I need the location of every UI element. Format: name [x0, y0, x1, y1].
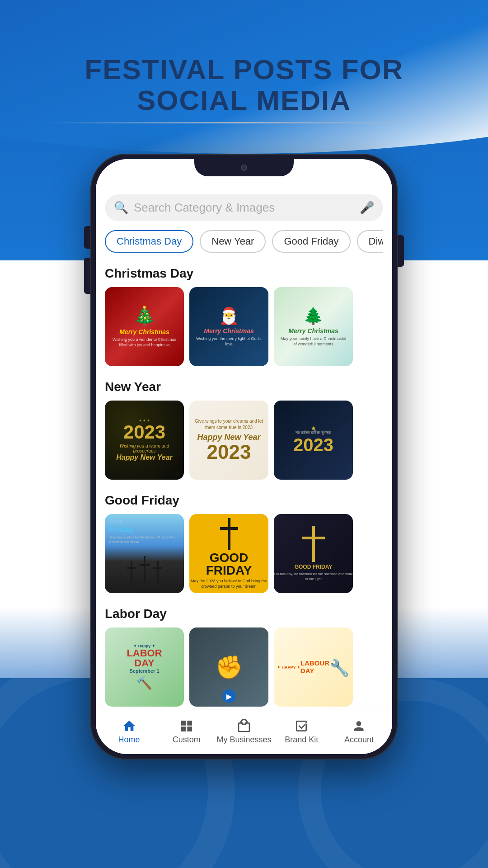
section-title-christmas: Christmas Day: [105, 266, 383, 281]
section-christmas: Christmas Day 🎄 Merry Christmas Wishing …: [105, 266, 383, 366]
goodfriday-card-3[interactable]: GOOD FRIDAY On this day, be thankful for…: [274, 514, 353, 593]
app-scroll-area[interactable]: 🔍 Search Category & Images 🎤 Christmas D…: [96, 181, 392, 709]
christmas-card-1[interactable]: 🎄 Merry Christmas Wishing you a wonderfu…: [105, 287, 184, 366]
nav-label-custom: Custom: [173, 735, 201, 745]
svg-rect-7: [220, 527, 238, 530]
bottom-navigation: Home Custom My Businesses: [96, 709, 392, 754]
nav-item-my-businesses[interactable]: My Businesses: [215, 719, 272, 745]
chip-diwali[interactable]: Diwali: [357, 230, 384, 253]
phone-side-button-left-2: [84, 258, 90, 294]
goodfriday-images-row: Good Friday God has a plan for the futur…: [105, 514, 383, 593]
section-title-laborday: Labor Day: [105, 607, 383, 621]
app-screen: 🔍 Search Category & Images 🎤 Christmas D…: [96, 159, 392, 754]
svg-rect-6: [228, 518, 230, 550]
search-input[interactable]: Search Category & Images: [134, 201, 360, 215]
nav-item-brand-kit[interactable]: Brand Kit: [273, 719, 330, 745]
svg-rect-4: [157, 561, 159, 583]
svg-rect-3: [140, 564, 150, 566]
goodfriday-card-2[interactable]: GOODFRIDAY May the 2023 you believe in G…: [189, 514, 268, 593]
search-bar[interactable]: 🔍 Search Category & Images 🎤: [105, 194, 383, 221]
filter-chips-row: Christmas Day New Year Good Friday Diwal…: [105, 230, 383, 255]
nav-label-home: Home: [118, 735, 140, 745]
chip-newyear[interactable]: New Year: [200, 230, 266, 253]
nav-label-my-businesses: My Businesses: [216, 735, 271, 745]
section-laborday: Labor Day ✦ Happy ✦ LABORDAY September 1…: [105, 607, 383, 707]
section-title-goodfriday: Good Friday: [105, 493, 383, 508]
page-title: FESTIVAL POSTS FOR SOCIAL MEDIA: [0, 54, 488, 116]
section-title-newyear: New Year: [105, 380, 383, 394]
laborday-images-row: ✦ Happy ✦ LABORDAY September 1 🔨 ✊: [105, 627, 383, 707]
brand-kit-icon: [294, 719, 309, 733]
microphone-icon[interactable]: 🎤: [360, 201, 374, 215]
chip-christmas[interactable]: Christmas Day: [105, 230, 193, 253]
svg-rect-5: [153, 567, 162, 569]
search-icon: 🔍: [114, 201, 128, 215]
svg-rect-2: [144, 556, 145, 583]
section-newyear: New Year ✦ ✦ ✦ 2023 Wishing you a warm a…: [105, 380, 383, 480]
phone-side-button-right: [398, 235, 404, 267]
phone-notch: [194, 159, 294, 176]
phone-mockup: 🔍 Search Category & Images 🎤 Christmas D…: [90, 154, 398, 760]
laborday-card-2[interactable]: ✊ ▶: [189, 627, 268, 707]
phone-side-button-left-1: [84, 226, 90, 249]
account-icon: [352, 719, 366, 733]
header-divider: [45, 122, 443, 123]
nav-item-account[interactable]: Account: [330, 719, 388, 745]
newyear-card-2[interactable]: Give wings to your dreams and let them c…: [189, 401, 268, 480]
home-icon: [122, 719, 136, 733]
svg-rect-8: [312, 526, 315, 562]
phone-camera: [241, 165, 247, 171]
christmas-images-row: 🎄 Merry Christmas Wishing you a wonderfu…: [105, 287, 383, 366]
newyear-images-row: ✦ ✦ ✦ 2023 Wishing you a warm and prospe…: [105, 401, 383, 480]
nav-item-home[interactable]: Home: [100, 719, 158, 745]
nav-item-custom[interactable]: Custom: [158, 719, 215, 745]
christmas-card-2[interactable]: 🎅 Merry Christmas Wishing you the merry …: [189, 287, 268, 366]
svg-rect-0: [131, 561, 132, 583]
nav-label-brand-kit: Brand Kit: [285, 735, 318, 745]
newyear-card-3[interactable]: ⭐ नव वर्षाच्या हार्दिक शुभेच्छा 2023: [274, 401, 353, 480]
newyear-card-1[interactable]: ✦ ✦ ✦ 2023 Wishing you a warm and prospe…: [105, 401, 184, 480]
section-goodfriday: Good Friday Good Friday God has a plan f…: [105, 493, 383, 593]
goodfriday-card-1[interactable]: Good Friday God has a plan for the futur…: [105, 514, 184, 593]
custom-icon: [179, 719, 194, 733]
laborday-card-3[interactable]: ✦ HAPPY ✦ LABOURDAY 🔧: [274, 627, 353, 707]
laborday-card-1[interactable]: ✦ Happy ✦ LABORDAY September 1 🔨: [105, 627, 184, 707]
chip-goodfriday[interactable]: Good Friday: [272, 230, 350, 253]
nav-label-account: Account: [344, 735, 374, 745]
svg-rect-1: [127, 567, 136, 569]
christmas-card-3[interactable]: 🌲 Merry Christmas May your family have a…: [274, 287, 353, 366]
my-businesses-icon: [237, 719, 251, 733]
svg-rect-9: [302, 537, 325, 539]
